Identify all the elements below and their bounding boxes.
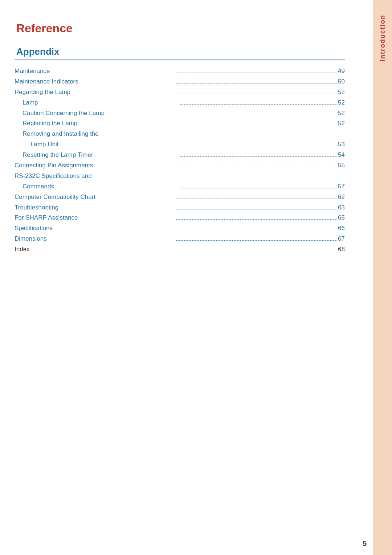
toc-dots xyxy=(180,125,337,125)
toc-entry-number: 63 xyxy=(338,203,345,213)
toc-dots xyxy=(176,230,337,230)
toc-entry-number: 52 xyxy=(338,118,345,129)
toc-entry-number: 53 xyxy=(338,139,345,150)
toc-entry-label: Specifications xyxy=(15,223,175,234)
toc-entry[interactable]: Commands57 xyxy=(15,181,345,192)
toc-entry-number: 54 xyxy=(338,150,345,160)
toc-entry-label: Removing and Installing the xyxy=(23,129,345,139)
toc-entry[interactable]: RS-232C Specifications and xyxy=(15,171,345,181)
toc-entry[interactable]: Maintenance49 xyxy=(15,66,345,77)
divider xyxy=(15,60,345,60)
toc-entry-label: Caution Concerning the Lamp xyxy=(23,108,179,119)
toc-entry[interactable]: Connecting Pin Assignments55 xyxy=(15,160,345,171)
toc-entry[interactable]: Computer Compatibility Chart62 xyxy=(15,192,345,203)
toc-entry-number: 65 xyxy=(338,213,345,223)
toc-entry[interactable]: Specifications66 xyxy=(15,223,345,234)
toc-entry[interactable]: Caution Concerning the Lamp52 xyxy=(15,108,345,119)
toc-entry-label: Computer Compatibility Chart xyxy=(15,192,175,203)
toc-dots xyxy=(176,209,337,209)
toc-entry[interactable]: Index68 xyxy=(15,244,345,255)
toc-entry-number: 62 xyxy=(338,192,345,203)
toc-entry[interactable]: Replacing the Lamp52 xyxy=(15,118,345,129)
toc-entry[interactable]: Regarding the Lamp52 xyxy=(15,87,345,98)
toc-entry-number: 52 xyxy=(338,87,345,98)
toc-entry-number: 55 xyxy=(338,160,345,171)
sidebar-label: Introduction xyxy=(379,15,387,61)
page-container: Introduction Reference Appendix Maintena… xyxy=(0,0,392,555)
toc-entry-number: 57 xyxy=(338,181,345,192)
toc-dots xyxy=(180,104,337,105)
toc-entry-label: Lamp Unit xyxy=(30,139,183,150)
toc-entry-number: 67 xyxy=(338,234,345,244)
toc-dots xyxy=(176,251,337,251)
toc-entry[interactable]: For SHARP Assistance65 xyxy=(15,213,345,223)
toc-dots xyxy=(180,156,337,157)
toc-entry-label: For SHARP Assistance xyxy=(15,213,175,223)
toc-entry-label: Regarding the Lamp xyxy=(15,87,175,98)
toc-dots xyxy=(176,199,337,199)
toc-dots xyxy=(176,240,337,241)
toc-dots xyxy=(180,188,337,188)
page-number: 5 xyxy=(363,539,367,548)
toc-list: Maintenance49Maintenance Indicators50Reg… xyxy=(15,66,345,255)
toc-entry[interactable]: Dimensions67 xyxy=(15,234,345,244)
toc-entry-label: Lamp xyxy=(23,98,179,108)
toc-entry-label: Maintenance Indicators xyxy=(15,77,175,87)
toc-dots xyxy=(184,146,337,146)
toc-entry[interactable]: Lamp Unit53 xyxy=(15,139,345,150)
toc-entry-label: Commands xyxy=(23,181,179,192)
toc-dots xyxy=(176,83,337,83)
toc-entry[interactable]: Lamp52 xyxy=(15,98,345,108)
toc-entry-label: Troubleshooting xyxy=(15,203,175,213)
toc-dots xyxy=(176,167,337,167)
toc-entry-number: 49 xyxy=(338,66,345,77)
toc-entry-label: Index xyxy=(15,244,175,255)
toc-dots xyxy=(180,115,337,115)
toc-entry[interactable]: Troubleshooting63 xyxy=(15,203,345,213)
main-content: Reference Appendix Maintenance49Maintena… xyxy=(15,22,370,255)
toc-entry-label: Dimensions xyxy=(15,234,175,244)
sidebar-tab: Introduction xyxy=(373,0,392,555)
toc-entry-number: 68 xyxy=(338,244,345,255)
toc-dots xyxy=(176,73,337,73)
toc-entry[interactable]: Maintenance Indicators50 xyxy=(15,77,345,87)
toc-entry[interactable]: Removing and Installing the xyxy=(15,129,345,139)
toc-entry-number: 66 xyxy=(338,223,345,234)
toc-entry-number: 50 xyxy=(338,77,345,87)
toc-entry[interactable]: Resetting the Lamp Timer54 xyxy=(15,150,345,160)
toc-entry-label: RS-232C Specifications and xyxy=(15,171,345,181)
toc-entry-number: 52 xyxy=(338,98,345,108)
toc-entry-number: 52 xyxy=(338,108,345,119)
toc-entry-label: Resetting the Lamp Timer xyxy=(23,150,179,160)
appendix-title: Appendix xyxy=(15,46,345,57)
page-title: Reference xyxy=(15,22,345,35)
toc-dots xyxy=(176,94,337,94)
toc-dots xyxy=(176,219,337,220)
toc-entry-label: Maintenance xyxy=(15,66,175,77)
toc-entry-label: Connecting Pin Assignments xyxy=(15,160,175,171)
toc-entry-label: Replacing the Lamp xyxy=(23,118,179,129)
